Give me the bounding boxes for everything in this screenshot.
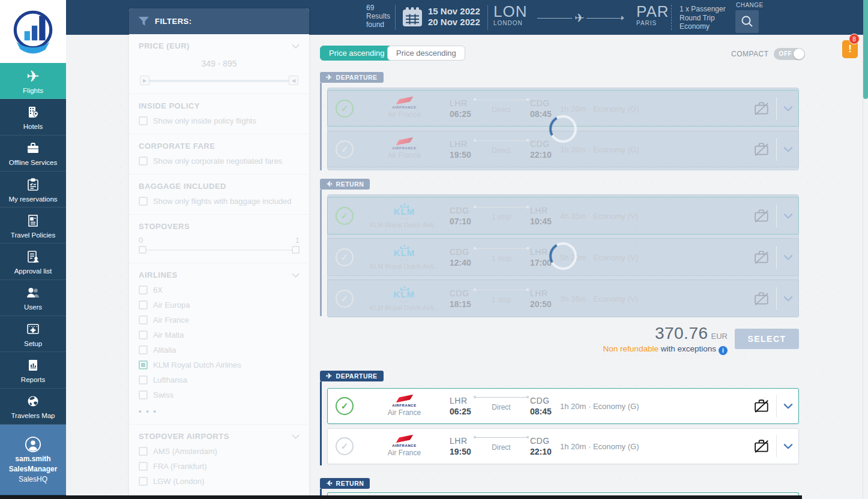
compact-toggle[interactable]: OFF xyxy=(774,48,805,60)
chevron-down-icon[interactable] xyxy=(292,44,300,49)
stopover-airport-option[interactable]: LGW (London) xyxy=(139,477,300,486)
sidebar-item-my-reservations[interactable]: My reservations xyxy=(0,172,66,208)
chevron-down-icon[interactable] xyxy=(783,444,793,449)
checkbox-icon[interactable] xyxy=(139,157,148,166)
sort-price-descending-button[interactable]: Price descending xyxy=(387,46,465,61)
stopovers-min: 0 xyxy=(139,236,143,245)
change-search-button[interactable] xyxy=(735,10,759,33)
chevron-down-icon[interactable] xyxy=(783,296,793,301)
scrollbar-track xyxy=(863,35,863,499)
airline-logo: KLM KLM KLM Royal Dutch Airli... xyxy=(367,197,442,234)
checkbox-icon[interactable] xyxy=(139,462,148,471)
slider-handle-min[interactable]: ▶ xyxy=(140,76,149,85)
baggage-included-option[interactable]: Show only flights with baggage included xyxy=(139,197,300,206)
flight-info: 3h 35m · Economy (V) xyxy=(560,294,638,303)
checkbox-icon[interactable] xyxy=(139,447,148,456)
checkbox-icon[interactable] xyxy=(139,285,148,294)
checkbox-icon[interactable] xyxy=(139,315,148,324)
document-icon xyxy=(25,212,41,229)
checkbox-icon[interactable] xyxy=(139,345,148,354)
travel-dates[interactable]: 15 Nov 2022 20 Nov 2022 xyxy=(428,6,480,28)
checkbox-icon[interactable] xyxy=(139,375,148,384)
avatar-icon xyxy=(25,436,41,453)
checkbox-icon[interactable] xyxy=(139,116,148,125)
sidebar-item-label: Reports xyxy=(21,376,45,383)
checkbox-icon[interactable] xyxy=(139,390,148,399)
route-path: ✈ xyxy=(537,12,624,24)
sidebar-item-users[interactable]: Users xyxy=(0,280,66,316)
flight-unselected-check-icon[interactable]: ✓ xyxy=(336,290,354,308)
flight-row[interactable]: ✓ KLM KLM KLM Royal Dutch Airli... CDG07… xyxy=(327,197,799,235)
airline-option[interactable]: KLM Royal Dutch Airlines xyxy=(139,360,300,369)
filter-section-airlines: AIRLINES 6X Air Europa Air France Air Ma… xyxy=(129,263,309,425)
chevron-down-icon[interactable] xyxy=(783,404,793,409)
sidebar-item-approval-list[interactable]: Approval list xyxy=(0,244,66,279)
sort-price-ascending-button[interactable]: Price ascending xyxy=(320,46,394,61)
slider-handle-max[interactable]: ◀ xyxy=(289,76,298,85)
route-connector: 1 stop xyxy=(474,252,529,263)
origin-city: LON LONDON xyxy=(493,4,527,26)
stopover-airport-option[interactable]: FRA (Frankfurt) xyxy=(139,462,300,471)
chevron-down-icon[interactable] xyxy=(292,434,300,439)
sidebar-item-travel-policies[interactable]: Travel Policies xyxy=(0,208,66,244)
inside-policy-label: INSIDE POLICY xyxy=(139,101,300,110)
select-offer-button[interactable]: SELECT xyxy=(735,329,799,349)
plane-icon: ✈ xyxy=(326,480,333,487)
airline-logo: KLM KLM KLM Royal Dutch Airli... xyxy=(367,280,442,317)
flight-unselected-check-icon[interactable]: ✓ xyxy=(336,437,354,455)
flight-unselected-check-icon[interactable]: ✓ xyxy=(336,140,354,158)
checkbox-icon[interactable] xyxy=(139,197,148,206)
airline-option[interactable]: Air Europa xyxy=(139,300,300,309)
flight-selected-check-icon[interactable]: ✓ xyxy=(336,207,354,225)
airline-option[interactable]: Alitalia xyxy=(139,345,300,354)
sidebar-item-setup[interactable]: Setup xyxy=(0,316,66,352)
sidebar-item-reports[interactable]: Reports xyxy=(0,352,66,388)
slider-handle-max[interactable] xyxy=(292,246,300,254)
airline-option[interactable]: Air France xyxy=(139,315,300,324)
filters-header: FILTERS: xyxy=(129,8,309,34)
filters-title: FILTERS: xyxy=(155,17,192,26)
flight-selected-check-icon[interactable]: ✓ xyxy=(336,100,354,118)
filter-section-stopover-airports: STOPOVER AIRPORTS AMS (Amsterdam) FRA (F… xyxy=(129,425,309,499)
airlines-show-more[interactable]: • • • xyxy=(139,407,300,416)
airlines-label: AIRLINES xyxy=(139,270,178,279)
airline-option[interactable]: 6X xyxy=(139,285,300,294)
checkbox-checked-icon[interactable] xyxy=(139,360,148,369)
sidebar-item-travelers-map[interactable]: Travelers Map xyxy=(0,389,66,425)
corporate-fare-option[interactable]: Show only corporate negotiated fares xyxy=(139,157,300,166)
stopover-airport-option[interactable]: AMS (Amsterdam) xyxy=(139,447,300,456)
chevron-down-icon[interactable] xyxy=(783,146,793,152)
airline-option[interactable]: Air Malta xyxy=(139,330,300,339)
inside-policy-option[interactable]: Show only inside policy flights xyxy=(139,116,300,125)
sidebar-item-hotels[interactable]: Hotels xyxy=(0,99,66,135)
compact-control: COMPACT OFF xyxy=(731,48,805,60)
chevron-down-icon[interactable] xyxy=(292,273,300,278)
checkbox-icon[interactable] xyxy=(139,300,148,309)
header-divider xyxy=(395,5,396,30)
airline-option[interactable]: Lufthansa xyxy=(139,375,300,384)
stopovers-slider[interactable] xyxy=(139,246,300,254)
flight-row[interactable]: ✓ AIRFRANCE Air France LHR19:50 Direct C… xyxy=(327,428,799,464)
chevron-down-icon[interactable] xyxy=(783,254,793,260)
company-logo-icon xyxy=(8,7,58,56)
no-baggage-icon xyxy=(754,209,770,223)
app-logo[interactable] xyxy=(0,0,66,63)
no-baggage-icon xyxy=(754,250,770,264)
no-baggage-icon xyxy=(754,101,770,116)
scrollbar-thumb[interactable] xyxy=(863,0,868,99)
checkbox-icon[interactable] xyxy=(139,330,148,339)
price-range-slider[interactable]: ▶ ◀ xyxy=(139,76,300,85)
sidebar-item-flights[interactable]: ✈ Flights xyxy=(0,63,66,99)
sidebar-item-offline-services[interactable]: Offline Services xyxy=(0,136,66,172)
flight-row[interactable]: ✓ AIRFRANCE Air France LHR06:25 Direct C… xyxy=(327,388,799,424)
chevron-down-icon[interactable] xyxy=(783,213,793,218)
flight-unselected-check-icon[interactable]: ✓ xyxy=(336,248,354,266)
checkbox-icon[interactable] xyxy=(139,477,148,486)
sidebar-user-profile[interactable]: sam.smith SalesManager SalesHQ xyxy=(0,425,66,495)
flight-row[interactable]: ✓ KLM KLM KLM Royal Dutch Airli... CDG18… xyxy=(327,279,799,317)
airline-option[interactable]: Swiss xyxy=(139,390,300,399)
chevron-down-icon[interactable] xyxy=(783,106,793,111)
flight-selected-check-icon[interactable]: ✓ xyxy=(336,397,354,415)
slider-handle-min[interactable] xyxy=(139,246,146,254)
info-icon[interactable]: i xyxy=(719,346,728,355)
